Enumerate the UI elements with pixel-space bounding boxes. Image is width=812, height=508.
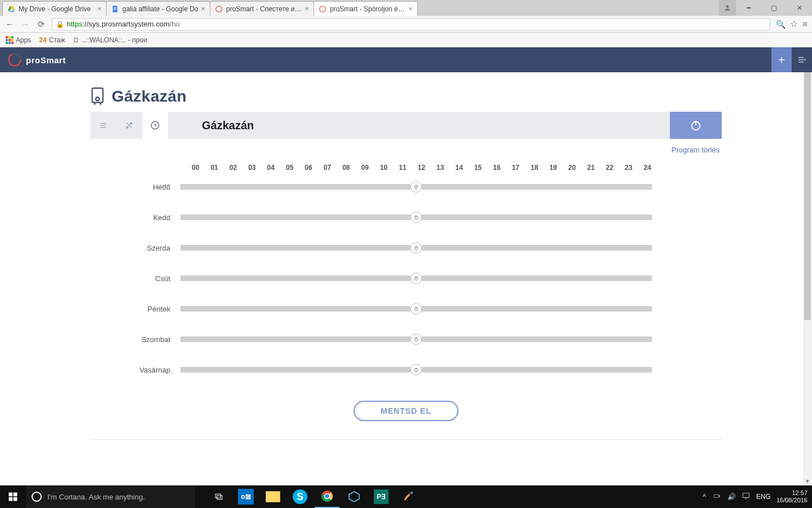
- language-indicator[interactable]: ENG: [756, 493, 771, 501]
- schedule-segment[interactable]: [422, 306, 652, 312]
- taskbar-clock[interactable]: 12:57 16/08/2016: [776, 489, 807, 504]
- close-icon[interactable]: ×: [201, 5, 205, 13]
- apps-button[interactable]: Apps: [6, 36, 31, 44]
- start-button[interactable]: [0, 485, 26, 508]
- device-tab-bar: Gázkazán: [90, 112, 722, 139]
- taskbar-apps: o⊠ S P∃: [206, 485, 421, 508]
- day-label: Péntek: [90, 305, 180, 313]
- schedule-segment[interactable]: [180, 184, 411, 190]
- close-icon[interactable]: ×: [408, 5, 413, 13]
- scroll-thumb[interactable]: [804, 72, 811, 320]
- save-button[interactable]: MENTSD EL: [354, 401, 458, 421]
- zoom-icon[interactable]: 🔍: [776, 20, 785, 29]
- schedule-segment[interactable]: [422, 214, 652, 220]
- tab-title: proSmart - Спестете и уп: [226, 5, 302, 13]
- schedule-marker[interactable]: [411, 364, 422, 375]
- minimize-button[interactable]: ━: [736, 0, 761, 16]
- reload-button[interactable]: ⟳: [36, 19, 46, 29]
- schedule-marker[interactable]: [411, 303, 422, 314]
- day-track[interactable]: [180, 214, 652, 220]
- outlook-icon[interactable]: o⊠: [233, 485, 258, 508]
- notifications-icon[interactable]: [742, 492, 751, 502]
- page-content: Gázkazán Gázkazán Program törlés 0001020…: [90, 72, 722, 440]
- schedule-marker[interactable]: [411, 212, 422, 223]
- clock-date: 16/08/2016: [776, 497, 807, 504]
- tray-chevron-icon[interactable]: ^: [703, 493, 706, 501]
- hour-label: 00: [186, 164, 205, 172]
- day-track[interactable]: [180, 184, 652, 190]
- svg-rect-43: [9, 497, 13, 501]
- chrome-icon[interactable]: [315, 485, 339, 508]
- schedule-marker[interactable]: [411, 273, 422, 284]
- paint-icon[interactable]: [396, 485, 421, 508]
- hour-label: 18: [525, 164, 544, 172]
- app-logo-icon[interactable]: [3, 49, 26, 71]
- day-track[interactable]: [180, 275, 652, 281]
- schedule-segment[interactable]: [180, 245, 411, 251]
- schedule-segment[interactable]: [422, 336, 652, 342]
- windows-taskbar: I'm Cortana. Ask me anything. o⊠ S P∃ ^ …: [0, 485, 812, 508]
- svg-rect-45: [215, 494, 220, 498]
- close-icon[interactable]: ×: [97, 5, 102, 13]
- schedule-marker[interactable]: [411, 334, 422, 345]
- forward-button[interactable]: →: [20, 19, 30, 29]
- schedule-segment[interactable]: [180, 306, 411, 312]
- schedule-segment[interactable]: [422, 184, 652, 190]
- day-label: Csüt: [90, 274, 180, 283]
- tab-list[interactable]: [90, 112, 116, 139]
- back-button[interactable]: ←: [5, 19, 15, 29]
- schedule-segment[interactable]: [180, 367, 411, 373]
- app-menu-button[interactable]: [792, 47, 812, 72]
- schedule-marker[interactable]: [411, 181, 422, 192]
- day-track[interactable]: [180, 245, 652, 251]
- schedule-segment[interactable]: [180, 214, 411, 220]
- tab-title: galia affiliate - Google Do: [122, 5, 198, 13]
- browser-tab[interactable]: galia affiliate - Google Do ×: [106, 1, 210, 16]
- close-button[interactable]: ✕: [787, 0, 812, 16]
- day-track[interactable]: [180, 336, 652, 342]
- schedule-segment[interactable]: [422, 275, 652, 281]
- schedule-segment[interactable]: [422, 245, 652, 251]
- tab-settings[interactable]: [116, 112, 142, 139]
- schedule-segment[interactable]: [422, 367, 652, 373]
- virtualbox-icon[interactable]: [342, 485, 367, 508]
- program-delete-link[interactable]: Program törlés: [672, 146, 720, 154]
- hour-label: 09: [356, 164, 374, 172]
- tab-schedule[interactable]: [142, 112, 168, 139]
- day-track[interactable]: [180, 306, 652, 312]
- browser-tab-active[interactable]: proSmart - Spóroljon és v ×: [314, 1, 418, 16]
- task-view-icon[interactable]: [206, 485, 231, 508]
- schedule-segment[interactable]: [180, 336, 411, 342]
- svg-rect-5: [114, 8, 117, 8]
- skype-icon[interactable]: S: [288, 485, 312, 508]
- page-scrollbar[interactable]: ▲ ▼: [803, 72, 812, 485]
- bookmark-item[interactable]: 24 Стаж: [39, 36, 65, 44]
- cortana-search[interactable]: I'm Cortana. Ask me anything.: [26, 485, 195, 508]
- bookmark-item[interactable]: 🗋 ..::WALONA::.. - прои: [73, 36, 147, 44]
- chrome-menu-icon[interactable]: ≡: [802, 19, 807, 29]
- publisher-icon[interactable]: P∃: [369, 485, 394, 508]
- svg-point-53: [411, 492, 413, 494]
- browser-tab[interactable]: proSmart - Спестете и уп ×: [210, 1, 314, 16]
- battery-icon[interactable]: [712, 493, 722, 501]
- svg-rect-41: [9, 493, 13, 497]
- app-header: proSmart: [0, 47, 812, 72]
- maximize-button[interactable]: ▢: [761, 0, 787, 16]
- schedule-segment[interactable]: [180, 275, 411, 281]
- device-name: Gázkazán: [168, 112, 670, 139]
- app-name: proSmart: [26, 55, 66, 65]
- volume-icon[interactable]: 🔊: [727, 493, 736, 501]
- explorer-icon[interactable]: [261, 485, 285, 508]
- scroll-down-icon[interactable]: ▼: [803, 476, 812, 485]
- add-button[interactable]: [771, 47, 792, 72]
- power-button[interactable]: [670, 112, 722, 139]
- address-bar[interactable]: 🔒 https ://sys.prosmartsystem.com /hu: [52, 18, 770, 30]
- day-track[interactable]: [180, 367, 652, 373]
- browser-tab[interactable]: My Drive - Google Drive ×: [2, 1, 107, 16]
- chrome-user-icon[interactable]: [719, 0, 736, 16]
- apps-grid-icon: [6, 36, 14, 44]
- schedule-marker[interactable]: [411, 242, 422, 253]
- close-icon[interactable]: ×: [304, 5, 309, 13]
- url-scheme: https: [67, 20, 82, 28]
- star-icon[interactable]: ☆: [790, 19, 798, 29]
